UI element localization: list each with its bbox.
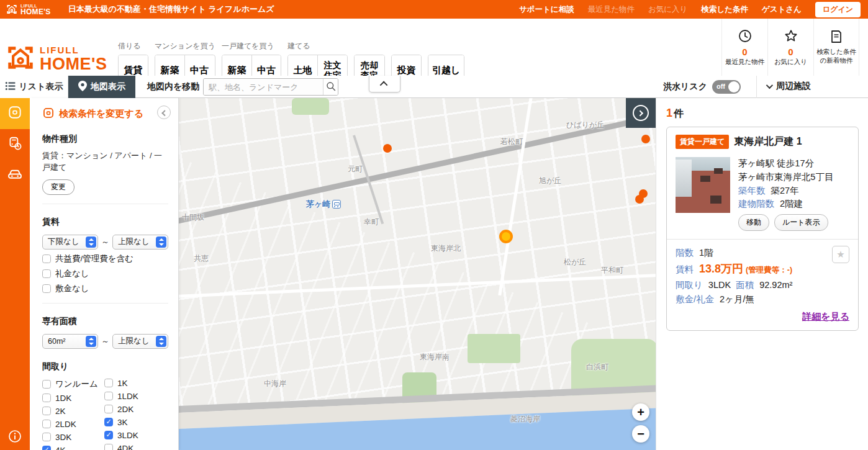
- move-to-marker-button[interactable]: 移動: [738, 214, 769, 231]
- collapse-panel-button[interactable]: [369, 76, 400, 92]
- checkbox-4dk[interactable]: 4DK: [104, 444, 166, 450]
- checkbox-no-key-money[interactable]: 礼金なし: [42, 268, 168, 279]
- checkbox-3ldk[interactable]: 3LDK: [104, 431, 166, 440]
- favorite-star-button[interactable]: ★: [832, 246, 849, 263]
- range-tilde: ～: [101, 336, 109, 347]
- map-area-label: 幸町: [364, 217, 379, 227]
- checkbox-label: ワンルーム: [55, 379, 98, 390]
- rail-item-property-search[interactable]: [0, 98, 30, 129]
- login-button[interactable]: ログイン: [815, 2, 861, 17]
- property-photo[interactable]: [676, 157, 730, 213]
- checkbox-2k[interactable]: 2K: [42, 407, 104, 416]
- flood-risk-toggle[interactable]: off: [712, 80, 741, 94]
- checkbox-4k[interactable]: 4K: [42, 446, 104, 450]
- property-marker[interactable]: [635, 195, 644, 204]
- area-range-row: 60m² ～ 上限なし: [42, 334, 168, 349]
- checkbox-1r[interactable]: ワンルーム: [42, 379, 104, 390]
- map-search-input[interactable]: [204, 79, 323, 95]
- favorites-stat[interactable]: 0 お気に入り: [767, 19, 813, 76]
- tab-list-view[interactable]: リスト表示: [0, 76, 68, 98]
- property-type-value: 賃貸：マンション / アパート / 一戸建て: [42, 150, 168, 174]
- property-action-buttons: 移動 ルート表示: [738, 214, 833, 231]
- rail-item-drive-search[interactable]: [0, 160, 30, 191]
- rail-item-info[interactable]: [0, 429, 30, 446]
- guest-user-label[interactable]: ゲストさん: [762, 4, 802, 15]
- recently-viewed-label: 最近見た物件: [725, 58, 764, 66]
- saved-search-link[interactable]: 検索した条件: [701, 4, 748, 15]
- checkbox-1k[interactable]: 1K: [104, 379, 166, 388]
- checkbox-1ldk[interactable]: 1LDK: [104, 392, 166, 401]
- checkbox-no-deposit[interactable]: 敷金なし: [42, 283, 168, 294]
- checkbox-label: 礼金なし: [55, 268, 89, 279]
- homes-logo-icon: [6, 4, 17, 15]
- checkbox-box: [104, 405, 113, 413]
- recently-viewed-link[interactable]: 最近見た物件: [588, 4, 635, 15]
- favorites-link[interactable]: お気に入り: [648, 4, 687, 15]
- madori-grid: ワンルーム 1DK 2K 2LDK 3DK 4K 4LDK以上 1K 1LDK …: [42, 375, 168, 450]
- area-label: 面積: [736, 280, 754, 290]
- car-icon: [6, 166, 24, 186]
- rent-label: 賃料: [676, 264, 694, 274]
- selected-property-marker[interactable]: [499, 230, 513, 243]
- property-title[interactable]: 東海岸北戸建 1: [734, 135, 802, 148]
- madori-column-2: 1K 1LDK 2DK 3K 3LDK 4DK: [104, 375, 166, 450]
- property-marker[interactable]: [383, 144, 392, 153]
- top-bar: LIFULL HOME'S 日本最大級の不動産・住宅情報サイト ライフルホームズ…: [0, 0, 868, 19]
- main-logo[interactable]: LIFULL HOME'S: [6, 43, 107, 74]
- nearby-facilities-dropdown[interactable]: 周辺施設: [766, 81, 811, 92]
- property-station-access: 茅ヶ崎駅 徒歩17分: [738, 157, 833, 171]
- station-name-label: 茅ヶ崎: [306, 199, 330, 210]
- topbar-logo[interactable]: LIFULL HOME'S: [6, 4, 51, 16]
- property-card-footer: 階数1階 賃料13.8万円 (管理費等：-) 間取り3LDK 面積92.92m²…: [676, 240, 849, 324]
- checkbox-2dk[interactable]: 2DK: [104, 405, 166, 414]
- filter-collapse-button[interactable]: [157, 106, 171, 119]
- area-min-select[interactable]: 60m²: [42, 334, 98, 349]
- area-max-select[interactable]: 上限なし: [112, 334, 168, 349]
- saved-search-new-stat[interactable]: 検索した条件の新着物件: [813, 19, 859, 76]
- change-type-button[interactable]: 変更: [42, 179, 75, 195]
- topbar-logo-text: LIFULL HOME'S: [20, 4, 51, 16]
- header-stats: 0 最近見た物件 0 お気に入り 検索した条件の新着物件: [721, 19, 859, 76]
- map-search-box: [203, 78, 338, 96]
- house-square-icon: [42, 107, 55, 121]
- view-details-link[interactable]: 詳細を見る: [676, 309, 849, 324]
- checkbox-label: 1K: [117, 379, 128, 388]
- checkbox-2ldk[interactable]: 2LDK: [42, 420, 104, 429]
- checkbox-1dk[interactable]: 1DK: [42, 394, 104, 403]
- checkbox-label: 4DK: [117, 444, 133, 450]
- range-tilde: ～: [101, 236, 109, 248]
- checkbox-box: [104, 418, 113, 426]
- deposit-label: 敷金/礼金: [676, 294, 714, 304]
- rent-range-row: 下限なし ～ 上限なし: [42, 235, 168, 250]
- map-area-label: 元町: [348, 164, 363, 174]
- checkbox-3k[interactable]: 3K: [104, 418, 166, 427]
- recently-viewed-stat[interactable]: 0 最近見た物件: [721, 19, 767, 76]
- filter-panel-header[interactable]: 検索条件を変更する: [42, 107, 168, 121]
- checkbox-box: [104, 392, 113, 400]
- toolbar-divider: [756, 76, 757, 98]
- rent-max-select[interactable]: 上限なし: [112, 235, 168, 250]
- zoom-out-button[interactable]: −: [632, 425, 649, 443]
- checkbox-box: [42, 254, 51, 263]
- chevron-right-circle-icon: [633, 105, 649, 121]
- rent-min-select[interactable]: 下限なし: [42, 235, 98, 250]
- tab-list-label: リスト表示: [19, 81, 63, 92]
- rail-item-transit-search[interactable]: [0, 129, 30, 160]
- select-stepper-icon: [156, 236, 166, 248]
- checkbox-3dk[interactable]: 3DK: [42, 433, 104, 442]
- support-link[interactable]: サポートに相談: [519, 4, 574, 15]
- floor-label: 階数: [676, 248, 694, 258]
- checkbox-include-fees[interactable]: 共益費/管理費を含む: [42, 253, 168, 264]
- chevron-left-icon: [161, 110, 168, 116]
- search-button[interactable]: [323, 79, 338, 95]
- map-area-label: 松が丘: [564, 257, 586, 268]
- map-canvas[interactable]: 茅ヶ崎 ひばりが丘 若松町 元町 旭が丘 十間坂 幸町 東海岸北 松が丘 平和町…: [179, 98, 656, 450]
- expand-results-button[interactable]: [626, 98, 656, 128]
- show-route-button[interactable]: ルート表示: [774, 214, 828, 231]
- checkbox-box: [42, 420, 51, 428]
- property-marker[interactable]: [641, 135, 650, 143]
- map-area-label: 菱沼海岸: [510, 414, 540, 425]
- tab-map-view[interactable]: 地図表示: [68, 76, 135, 98]
- checkbox-label: 敷金なし: [55, 283, 89, 294]
- zoom-in-button[interactable]: +: [632, 403, 649, 421]
